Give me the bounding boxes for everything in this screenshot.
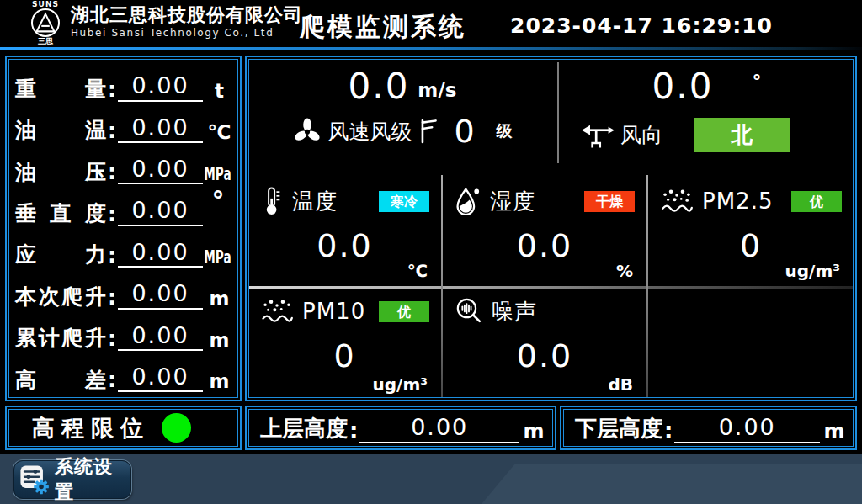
metric-verticality-unit: ° (203, 189, 233, 212)
metric-total-climb: 累计爬升: 0.00 m (15, 314, 233, 351)
noise-cell: 噪声 0.0 dB (444, 290, 645, 398)
metric-total-climb-value: 0.00 (118, 322, 203, 351)
taskbar: 系统设置 (0, 454, 862, 504)
header-divider (0, 47, 862, 50)
wind-direction-label: 风向 (620, 121, 662, 149)
pm25-cell: PM2.5 优 0 ug/m³ (650, 180, 852, 284)
metric-oil-temp: 油温: 0.00 ℃ (15, 106, 233, 143)
metric-current-climb: 本次爬升: 0.00 m (15, 273, 233, 310)
pm10-label: PM10 (302, 299, 365, 324)
wind-section-divider (557, 62, 559, 163)
temperature-label: 温度 (292, 187, 338, 216)
pm25-label: PM2.5 (702, 188, 773, 214)
humidity-drop-icon (455, 186, 482, 216)
metric-height-diff-value: 0.00 (118, 363, 203, 392)
pm25-unit: ug/m³ (785, 261, 840, 281)
metric-verticality-value: 0.00 (118, 197, 203, 225)
humidity-status-badge: 干燥 (584, 191, 635, 212)
temperature-status-badge: 寒冷 (379, 191, 429, 212)
company-logo: SUNS 三思 (24, 1, 67, 46)
metric-stress: 应力: 0.00 MPa (15, 231, 233, 268)
metric-oil-pressure: 油压: 0.00 MPa (15, 147, 233, 184)
system-settings-button[interactable]: 系统设置 (13, 460, 131, 499)
lower-height-unit: m (820, 420, 845, 443)
pm10-cell: PM10 优 0 ug/m³ (250, 290, 439, 398)
humidity-value: 0.0 (444, 227, 645, 264)
metric-height-diff: 高差: 0.00 m (15, 355, 233, 392)
pm10-unit: ug/m³ (373, 374, 428, 395)
environment-panel: 0.0 m/s 风速风级 (245, 56, 857, 401)
logo-triangle-icon (31, 8, 60, 37)
temperature-unit: ℃ (407, 261, 428, 281)
metric-oil-pressure-value: 0.00 (118, 156, 203, 184)
temperature-value: 0.0 (250, 227, 439, 264)
company-name: 湖北三思科技股份有限公司 Hubei Sansi Technology Co.,… (71, 4, 303, 40)
noise-unit: dB (608, 374, 633, 395)
temperature-cell: 温度 寒冷 0.0 ℃ (250, 180, 439, 284)
noise-value: 0.0 (444, 337, 645, 374)
humidity-unit: % (616, 261, 633, 281)
datetime-display: 2023-04-17 16:29:10 (510, 13, 773, 38)
metric-oil-pressure-unit: MPa (203, 163, 221, 184)
pm25-status-badge: 优 (791, 191, 842, 212)
upper-height-box: 上层高度: 0.00 m (245, 406, 556, 450)
wind-level-value: 0 (454, 114, 474, 148)
taskbar-accent-shape (482, 464, 862, 504)
lower-height-value: 0.00 (674, 413, 820, 443)
upper-height-unit: m (519, 420, 545, 443)
humidity-label: 湿度 (490, 187, 535, 216)
metric-weight-value: 0.00 (118, 72, 203, 101)
metric-verticality: 垂直度: 0.00 ° (15, 189, 233, 226)
wind-direction-badge: 北 (694, 118, 790, 152)
metric-current-climb-value: 0.00 (118, 280, 203, 309)
metric-weight: 重量: 0.00 t (15, 65, 233, 102)
thermometer-icon (260, 185, 284, 217)
grid-divider-horizontal (249, 286, 853, 289)
metric-oil-temp-value: 0.00 (118, 114, 203, 143)
monitoring-screen: SUNS 三思 湖北三思科技股份有限公司 Hubei Sansi Technol… (0, 0, 862, 504)
metric-current-climb-unit: m (203, 288, 233, 310)
wind-level-unit: 级 (497, 120, 513, 142)
metric-height-diff-unit: m (203, 370, 233, 392)
lower-height-label: 下层高度 (575, 415, 662, 443)
noise-label: 噪声 (492, 297, 537, 326)
empty-cell (650, 290, 852, 398)
elevation-limit-box: 高程限位 (5, 406, 242, 450)
metric-stress-value: 0.00 (118, 239, 203, 268)
company-name-en: Hubei Sansi Technology Co., Ltd (71, 26, 303, 40)
upper-height-value: 0.00 (359, 413, 519, 443)
grid-divider-vertical-1 (441, 175, 443, 397)
fan-icon (292, 116, 322, 146)
noise-icon (455, 297, 483, 326)
logo-sansi-text: 三思 (24, 37, 67, 45)
pm10-dust-icon (260, 298, 294, 325)
wind-speed-unit: m/s (418, 79, 456, 101)
metric-oil-temp-unit: ℃ (203, 121, 233, 143)
pm25-value: 0 (650, 227, 852, 264)
lower-height-box: 下层高度: 0.00 m (560, 406, 857, 450)
wind-speed-label: 风速风级 (327, 118, 412, 146)
wind-speed-value: 0.0 (349, 67, 410, 106)
wind-vane-icon (580, 120, 615, 151)
wind-speed-section: 0.0 m/s 风速风级 (248, 59, 556, 175)
pm10-status-badge: 优 (379, 301, 429, 322)
page-title: 爬模监测系统 (300, 10, 466, 45)
wind-direction-unit: ° (752, 71, 761, 92)
settings-button-label: 系统设置 (55, 454, 130, 504)
humidity-cell: 湿度 干燥 0.0 % (444, 180, 645, 284)
header-bar: SUNS 三思 湖北三思科技股份有限公司 Hubei Sansi Technol… (0, 0, 862, 47)
company-name-cn: 湖北三思科技股份有限公司 (71, 4, 303, 26)
wind-direction-section: 0.0 ° 风向 北 (560, 59, 854, 175)
logo-suns-text: SUNS (24, 1, 67, 8)
grid-divider-vertical-2 (646, 175, 648, 397)
wind-level-flag-icon (417, 117, 439, 146)
metric-total-climb-unit: m (203, 329, 233, 351)
pm25-dust-icon (660, 188, 694, 215)
upper-height-label: 上层高度 (260, 415, 348, 443)
pm10-value: 0 (250, 337, 439, 374)
elevation-limit-status-light (162, 413, 191, 443)
wind-direction-value: 0.0 (652, 67, 714, 106)
metrics-panel: 重量: 0.00 t 油温: 0.00 ℃ 油压: 0.00 MPa 垂直度: … (5, 56, 242, 401)
metric-stress-unit: MPa (203, 247, 221, 268)
elevation-limit-label: 高程限位 (32, 413, 150, 443)
